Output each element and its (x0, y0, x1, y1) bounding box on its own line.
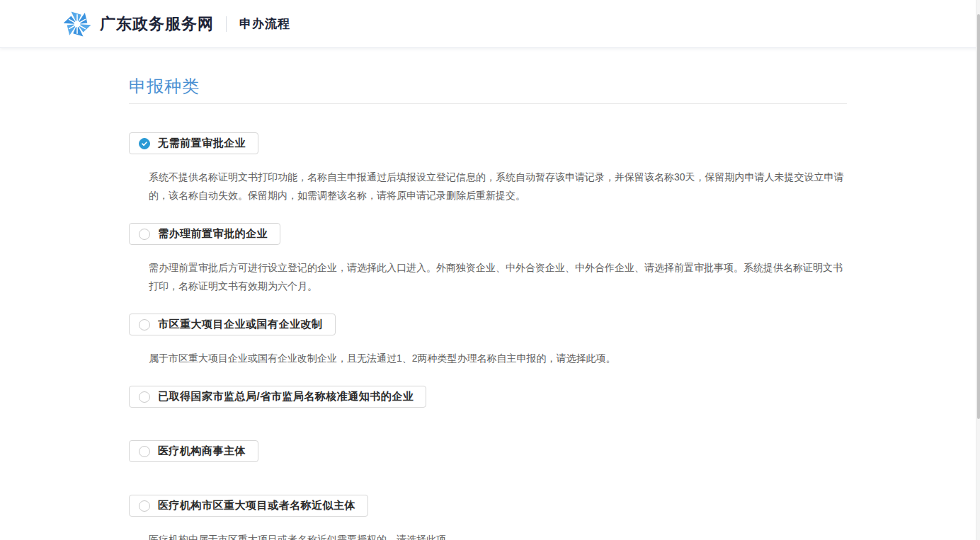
header: 广东政务服务网 申办流程 (0, 0, 980, 48)
section-title: 申报种类 (129, 75, 847, 98)
option-radio-button[interactable]: 市区重大项目企业或国有企业改制 (129, 314, 336, 335)
option-radio-button[interactable]: 需办理前置审批的企业 (129, 223, 280, 245)
header-page-title: 申办流程 (239, 16, 290, 32)
options-list: 无需前置审批企业 系统不提供名称证明文书打印功能，名称自主申报通过后填报设立登记… (129, 104, 847, 540)
pinwheel-logo-icon (64, 11, 91, 38)
option-label: 已取得国家市监总局/省市监局名称核准通知书的企业 (158, 390, 414, 403)
brand[interactable]: 广东政务服务网 (64, 11, 214, 38)
option-item-5: 医疗机构商事主体 (129, 440, 847, 462)
option-label: 市区重大项目企业或国有企业改制 (158, 318, 323, 331)
option-radio-button[interactable]: 医疗机构市区重大项目或者名称近似主体 (129, 495, 368, 517)
option-description: 系统不提供名称证明文书打印功能，名称自主申报通过后填报设立登记信息的，系统自动暂… (149, 168, 847, 205)
option-item-6: 医疗机构市区重大项目或者名称近似主体 医疗机构中属于市区重大项目或者名称近似需要… (129, 495, 847, 540)
radio-icon (139, 391, 150, 403)
option-radio-button[interactable]: 医疗机构商事主体 (129, 440, 258, 462)
option-item-1: 无需前置审批企业 系统不提供名称证明文书打印功能，名称自主申报通过后填报设立登记… (129, 132, 847, 205)
main-content: 申报种类 无需前置审批企业 系统不提供名称证明文书打印功能，名称自主申报通过后填… (0, 48, 980, 540)
radio-icon (139, 138, 150, 149)
option-radio-button[interactable]: 无需前置审批企业 (129, 132, 258, 154)
option-radio-button[interactable]: 已取得国家市监总局/省市监局名称核准通知书的企业 (129, 386, 426, 408)
option-description: 需办理前置审批后方可进行设立登记的企业，请选择此入口进入。外商独资企业、中外合资… (149, 258, 847, 295)
section-title-block: 申报种类 (129, 75, 847, 104)
radio-icon (139, 229, 150, 240)
radio-icon (139, 319, 150, 331)
option-item-2: 需办理前置审批的企业 需办理前置审批后方可进行设立登记的企业，请选择此入口进入。… (129, 223, 847, 295)
scrollbar[interactable] (976, 0, 980, 540)
brand-name: 广东政务服务网 (100, 13, 214, 35)
option-label: 需办理前置审批的企业 (158, 227, 268, 241)
option-label: 医疗机构商事主体 (158, 444, 246, 458)
option-item-3: 市区重大项目企业或国有企业改制 属于市区重大项目企业或国有企业改制企业，且无法通… (129, 314, 847, 367)
option-label: 无需前置审批企业 (158, 137, 246, 150)
header-divider (226, 16, 227, 32)
option-description: 医疗机构中属于市区重大项目或者名称近似需要授权的，请选择此项。 (149, 530, 847, 540)
radio-icon (139, 500, 150, 512)
option-description: 属于市区重大项目企业或国有企业改制企业，且无法通过1、2两种类型办理名称自主申报… (149, 349, 847, 367)
scrollbar-thumb[interactable] (977, 14, 980, 419)
radio-icon (139, 446, 150, 457)
checkmark-icon (141, 140, 148, 147)
page: 广东政务服务网 申办流程 申报种类 无需前置审批企业 系统不提供名称证明文书打印… (0, 0, 980, 540)
option-label: 医疗机构市区重大项目或者名称近似主体 (158, 499, 355, 512)
option-item-4: 已取得国家市监总局/省市监局名称核准通知书的企业 (129, 386, 847, 408)
